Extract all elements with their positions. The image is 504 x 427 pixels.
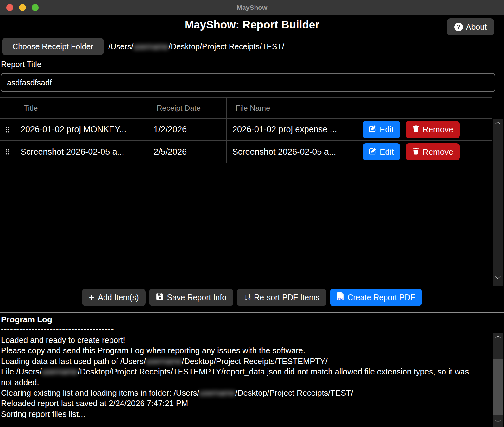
- log-scrollbar-thumb[interactable]: [493, 359, 503, 415]
- column-header-title: Title: [15, 98, 148, 118]
- resort-pdf-items-label: Re-sort PDF Items: [254, 293, 319, 302]
- header-handle-cell: [0, 98, 15, 118]
- path-suffix: /Desktop/Project Receipts/TEST/: [168, 42, 284, 51]
- floppy-save-icon: [156, 293, 163, 302]
- question-icon: ?: [454, 23, 463, 31]
- save-report-info-button[interactable]: Save Report Info: [149, 289, 233, 306]
- receipt-folder-path: /Users/username/Desktop/Project Receipts…: [108, 38, 284, 55]
- create-report-pdf-button[interactable]: PDF Create Report PDF: [330, 289, 422, 306]
- pdf-file-icon: PDF: [337, 292, 344, 302]
- plus-icon: +: [89, 293, 95, 302]
- drag-handle-icon[interactable]: [5, 149, 9, 155]
- log-redacted-username: username: [146, 357, 182, 366]
- page-title: MayShow: Report Builder: [0, 18, 504, 31]
- save-report-info-label: Save Report Info: [167, 293, 226, 302]
- table-header-row: Title Receipt Date File Name: [0, 98, 492, 119]
- create-report-pdf-label: Create Report PDF: [347, 293, 415, 302]
- chevron-down-icon[interactable]: [493, 276, 503, 279]
- cell-file-name: 2026-01-02 proj expense ...: [227, 119, 361, 140]
- edit-button[interactable]: Edit: [363, 121, 400, 138]
- chevron-down-icon[interactable]: [493, 419, 503, 423]
- pencil-square-icon: [369, 147, 376, 157]
- report-title-input[interactable]: [1, 73, 495, 92]
- chevron-up-icon[interactable]: [493, 335, 503, 339]
- cell-file-name: Screenshot 2026-02-05 a...: [227, 141, 361, 163]
- cell-item-title: Screenshot 2026-02-05 a...: [15, 141, 148, 163]
- log-line: File /Users/username/Desktop/Project Rec…: [1, 367, 482, 388]
- log-redacted-username: username: [42, 367, 78, 376]
- column-header-receipt-date: Receipt Date: [148, 98, 227, 118]
- resort-pdf-items-button[interactable]: ↓ 19 Re-sort PDF Items: [237, 289, 326, 306]
- trash-icon: [412, 125, 419, 134]
- edit-button-label: Edit: [380, 125, 394, 134]
- zoom-window-button[interactable]: [32, 4, 39, 11]
- table-row: Screenshot 2026-02-05 a... 2/5/2026 Scre…: [0, 141, 492, 163]
- edit-button-label: Edit: [380, 147, 394, 157]
- cell-item-title: 2026-01-02 proj MONKEY...: [15, 119, 148, 140]
- log-line: Reloaded report last saved at 2/24/2026 …: [1, 398, 482, 409]
- remove-button-label: Remove: [423, 147, 453, 157]
- remove-button[interactable]: Remove: [406, 121, 460, 138]
- cell-receipt-date: 2/5/2026: [148, 141, 227, 163]
- drag-handle-icon[interactable]: [5, 127, 9, 133]
- window-titlebar: MayShow: [0, 0, 504, 15]
- log-scrollbar[interactable]: [493, 333, 503, 427]
- remove-button[interactable]: Remove: [406, 143, 460, 160]
- choose-receipt-folder-button[interactable]: Choose Receipt Folder: [2, 38, 104, 55]
- row-handle-cell: [0, 119, 15, 140]
- minimize-window-button[interactable]: [19, 4, 26, 11]
- add-items-label: Add Item(s): [98, 293, 139, 302]
- about-button-label: About: [466, 22, 487, 32]
- add-items-button[interactable]: + Add Item(s): [82, 289, 146, 306]
- column-header-actions: [361, 98, 492, 118]
- program-log-text: Loaded and ready to create report! Pleas…: [1, 335, 482, 419]
- chevron-up-icon[interactable]: [493, 121, 503, 125]
- column-header-file-name: File Name: [227, 98, 361, 118]
- bottom-toolbar: + Add Item(s) Save Report Info ↓ 19 Re-s…: [0, 289, 504, 306]
- window-title: MayShow: [0, 0, 504, 15]
- cell-actions: Edit Remove: [361, 141, 492, 163]
- row-handle-cell: [0, 141, 15, 163]
- svg-text:PDF: PDF: [338, 297, 344, 300]
- report-items-table: Title Receipt Date File Name 2026-01-02 …: [0, 97, 492, 163]
- log-dashed-separator: -------------------------------------: [1, 324, 114, 334]
- program-log-heading: Program Log: [1, 315, 52, 325]
- table-scrollbar[interactable]: [493, 119, 503, 286]
- sort-numeric-down-icon: ↓ 19: [244, 293, 250, 302]
- report-title-label: Report Title: [1, 60, 41, 69]
- cell-actions: Edit Remove: [361, 119, 492, 140]
- log-section-divider: [0, 312, 504, 313]
- path-prefix: /Users/: [108, 42, 133, 51]
- pencil-square-icon: [369, 125, 376, 134]
- log-line: Sorting report files list...: [1, 409, 482, 419]
- log-line: Loaded and ready to create report!: [1, 335, 482, 345]
- log-redacted-username: username: [199, 388, 235, 397]
- edit-button[interactable]: Edit: [363, 143, 400, 160]
- table-row: 2026-01-02 proj MONKEY... 1/2/2026 2026-…: [0, 119, 492, 141]
- close-window-button[interactable]: [6, 4, 13, 11]
- remove-button-label: Remove: [423, 125, 453, 134]
- about-button[interactable]: ? About: [447, 18, 494, 35]
- log-line: Loading data at last used path of /Users…: [1, 356, 482, 367]
- trash-icon: [412, 147, 419, 157]
- log-line: Please copy and send this Program Log wh…: [1, 345, 482, 356]
- path-redacted-username: username: [133, 42, 168, 51]
- log-line: Clearing existing list and loading items…: [1, 388, 482, 398]
- cell-receipt-date: 1/2/2026: [148, 119, 227, 140]
